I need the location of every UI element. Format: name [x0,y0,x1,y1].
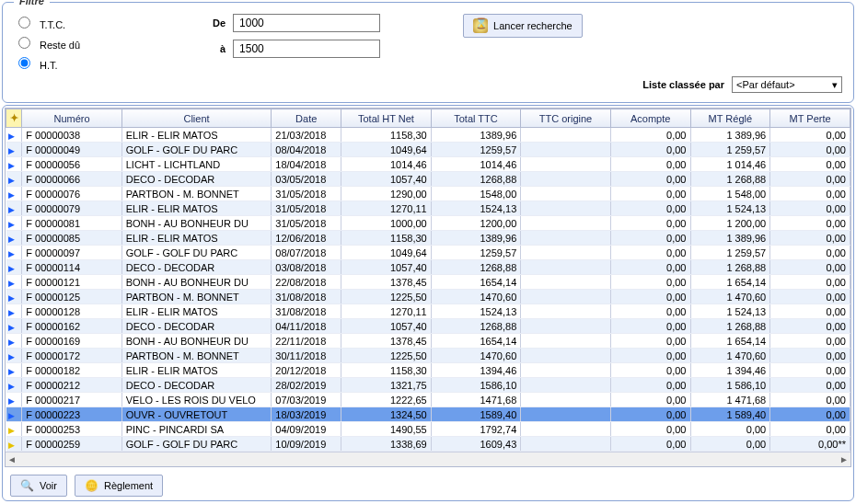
table-row[interactable]: F 00000182ELIR - ELIR MATOS20/12/2018115… [6,363,850,378]
table-row[interactable]: F 00000259GOLF - GOLF DU PARC10/09/20191… [6,437,850,452]
from-input[interactable] [233,14,380,32]
row-marker-icon [6,437,22,452]
cell-mt-regle: 1 586,10 [690,378,770,393]
cell-client: LICHT - LICHTLAND [121,157,272,172]
cell-ttc-origine [521,349,611,363]
cell-client: ELIR - ELIR MATOS [121,304,272,319]
table-row[interactable]: F 00000056LICHT - LICHTLAND18/04/2018101… [6,157,850,172]
cell-ttc-origine [521,304,611,319]
sort-combo[interactable]: <Par défaut> ▾ [732,76,842,93]
table-row[interactable]: F 00000169BONH - AU BONHEUR DU22/11/2018… [6,334,850,349]
col-total-ttc[interactable]: Total TTC [431,109,521,128]
cell-date: 22/08/2018 [272,275,341,290]
reglement-button-label: Règlement [104,480,153,491]
cell-mt-perte: 0,00 [770,334,850,349]
data-grid[interactable]: ✦ Numéro Client Date Total HT Net Total … [6,109,850,452]
voir-button[interactable]: Voir [10,475,67,497]
cell-date: 28/02/2019 [272,378,341,393]
cell-mt-regle: 1 654,14 [690,334,770,349]
cell-mt-regle: 1 268,88 [690,172,770,187]
table-row[interactable]: F 00000038ELIR - ELIR MATOS21/03/2018115… [6,128,850,143]
row-marker-icon [6,260,22,275]
cell-numero: F 00000212 [22,378,121,393]
reglement-button[interactable]: Règlement [75,475,163,497]
col-total-ht[interactable]: Total HT Net [341,109,432,128]
cell-client: ELIR - ELIR MATOS [121,201,272,216]
cell-total-ht: 1338,69 [341,437,432,452]
cell-client: OUVR - OUVRETOUT [121,407,272,422]
horizontal-scrollbar[interactable]: ◄ ► [6,452,850,466]
cell-client: BONH - AU BONHEUR DU [121,275,272,290]
col-mt-regle[interactable]: MT Réglé [690,109,770,128]
grid-panel: ✦ Numéro Client Date Total HT Net Total … [2,105,854,501]
cell-acompte: 0,00 [610,290,690,304]
cell-mt-regle: 1 259,57 [690,143,770,157]
cell-acompte: 0,00 [610,260,690,275]
scroll-right-icon[interactable]: ► [839,454,849,464]
cell-mt-regle: 1 200,00 [690,216,770,231]
row-marker-icon [6,143,22,157]
table-row[interactable]: F 00000121BONH - AU BONHEUR DU22/08/2018… [6,275,850,290]
table-row[interactable]: F 00000097GOLF - GOLF DU PARC08/07/20181… [6,246,850,260]
cell-mt-perte: 0,00 [770,201,850,216]
cell-client: VELO - LES ROIS DU VELO [121,393,272,407]
table-row[interactable]: F 00000066DECO - DECODAR03/05/20181057,4… [6,172,850,187]
cell-numero: F 00000253 [22,422,121,437]
col-client[interactable]: Client [121,109,272,128]
col-ttc-origine[interactable]: TTC origine [521,109,611,128]
table-row[interactable]: F 00000253PINC - PINCARDI SA04/09/201914… [6,422,850,437]
col-mt-perte[interactable]: MT Perte [770,109,850,128]
table-row[interactable]: F 00000114DECO - DECODAR03/08/20181057,4… [6,260,850,275]
row-marker-icon [6,393,22,407]
cell-numero: F 00000079 [22,201,121,216]
cell-total-ht: 1490,55 [341,422,432,437]
search-button[interactable]: Lancer recherche [463,14,583,38]
col-numero[interactable]: Numéro [22,109,121,128]
cell-total-ttc: 1259,57 [431,143,521,157]
radio-ttc[interactable] [18,17,30,29]
cell-client: DECO - DECODAR [121,260,272,275]
radio-ttc-label: T.T.C. [40,19,65,30]
cell-acompte: 0,00 [610,246,690,260]
cell-mt-perte: 0,00 [770,393,850,407]
cell-client: BONH - AU BONHEUR DU [121,334,272,349]
table-row[interactable]: F 00000128ELIR - ELIR MATOS31/08/2018127… [6,304,850,319]
cell-ttc-origine [521,201,611,216]
cell-acompte: 0,00 [610,128,690,143]
table-row[interactable]: F 00000212DECO - DECODAR28/02/20191321,7… [6,378,850,393]
scroll-left-icon[interactable]: ◄ [7,454,17,464]
row-marker-icon [6,187,22,201]
table-row[interactable]: F 00000076PARTBON - M. BONNET31/05/20181… [6,187,850,201]
col-date[interactable]: Date [272,109,341,128]
cell-total-ht: 1000,00 [341,216,432,231]
table-row[interactable]: F 00000172PARTBON - M. BONNET30/11/20181… [6,349,850,363]
radio-ht[interactable] [18,57,30,69]
cell-ttc-origine [521,128,611,143]
cell-total-ttc: 1471,68 [431,393,521,407]
row-marker-icon [6,378,22,393]
filter-title: Filtre [14,0,50,6]
to-input[interactable] [233,40,380,58]
row-marker-icon [6,422,22,437]
table-row[interactable]: F 00000162DECO - DECODAR04/11/20181057,4… [6,319,850,334]
row-marker-icon [6,349,22,363]
table-row[interactable]: F 00000085ELIR - ELIR MATOS12/06/2018115… [6,231,850,246]
table-row[interactable]: F 00000125PARTBON - M. BONNET31/08/20181… [6,290,850,304]
col-acompte[interactable]: Acompte [610,109,690,128]
radio-reste[interactable] [18,37,30,49]
cell-client: PINC - PINCARDI SA [121,422,272,437]
table-row[interactable]: F 00000079ELIR - ELIR MATOS31/05/2018127… [6,201,850,216]
sort-combo-value: <Par défaut> [736,79,795,90]
cell-numero: F 00000162 [22,319,121,334]
table-row[interactable]: F 00000217VELO - LES ROIS DU VELO07/03/2… [6,393,850,407]
grid-corner[interactable]: ✦ [6,109,22,128]
cell-ttc-origine [521,246,611,260]
table-row[interactable]: F 00000049GOLF - GOLF DU PARC08/04/20181… [6,143,850,157]
cell-total-ttc: 1609,43 [431,437,521,452]
coins-icon [85,479,98,492]
table-row[interactable]: F 00000223OUVR - OUVRETOUT18/03/20191324… [6,407,850,422]
table-row[interactable]: F 00000081BONH - AU BONHEUR DU31/05/2018… [6,216,850,231]
cell-total-ht: 1321,75 [341,378,432,393]
cell-total-ht: 1225,50 [341,349,432,363]
cell-mt-regle: 1 394,46 [690,363,770,378]
